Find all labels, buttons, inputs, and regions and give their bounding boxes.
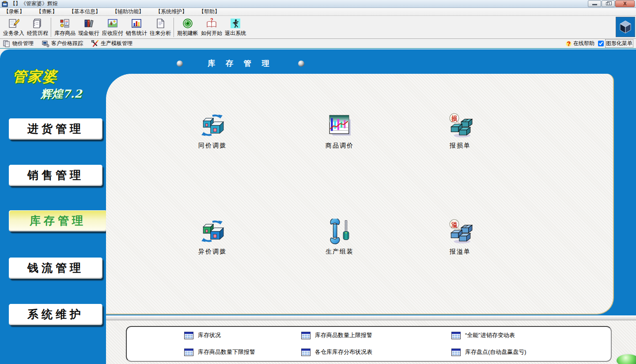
toolbar-sales-statistics[interactable]: 销售统计 xyxy=(125,17,148,38)
toolbar-separator xyxy=(174,18,174,37)
report-link-upper-limit-alarm[interactable]: 库存商品数量上限报警 xyxy=(301,331,372,339)
table-icon xyxy=(184,332,193,339)
quick-price-management[interactable]: 物价管理 xyxy=(3,40,34,48)
sidebar-item-sales[interactable]: 销售管理 xyxy=(9,165,102,186)
menu-record[interactable]: 【录帐】 xyxy=(4,8,25,15)
grid-item-production-assembly[interactable]: 生产组装 xyxy=(311,219,368,256)
price-adjust-chart-icon xyxy=(327,113,352,138)
close-icon: X xyxy=(616,1,634,6)
section-header: 库 存 管 理 xyxy=(177,58,304,68)
report-link-allpowerful-change-table[interactable]: “全能”进销存变动表 xyxy=(451,331,515,339)
grid-item-diff-price-transfer[interactable]: 异价调拨 xyxy=(184,219,241,256)
grid-item-label: 异价调拨 xyxy=(184,248,241,256)
template-tools-icon xyxy=(91,40,99,48)
menu-aux-functions[interactable]: 【辅助功能】 xyxy=(112,8,144,15)
same-price-transfer-icon xyxy=(200,113,225,138)
restore-button[interactable] xyxy=(602,0,615,7)
menu-system-maintenance[interactable]: 【系统维护】 xyxy=(155,8,187,15)
toolbar-label: 库存商品 xyxy=(54,30,76,37)
toolbar-label: 现金银行 xyxy=(78,30,99,37)
ledger-book-icon xyxy=(32,18,43,29)
toolbar-label: 应收应付 xyxy=(102,30,123,37)
report-link-warehouse-distribution[interactable]: 各仓库库存分布状况表 xyxy=(301,348,372,356)
table-icon xyxy=(184,349,193,356)
diff-price-transfer-icon xyxy=(200,219,225,244)
loss-report-boxes-icon: 损 xyxy=(447,113,473,138)
graphical-menu-checkbox[interactable] xyxy=(598,41,604,46)
online-help-label: 在线帮助 xyxy=(573,40,594,47)
toolbar-separator xyxy=(51,18,52,37)
minimize-icon xyxy=(592,4,597,5)
grid-item-price-adjust[interactable]: 商品调价 xyxy=(311,113,368,150)
report-link-label: “全能”进销存变动表 xyxy=(465,331,515,339)
app-window: 【】《管家婆》辉煌 X 【录帐】 【查帐】 【基本信息】 【辅助功能】 【系统维… xyxy=(0,0,636,364)
menu-query[interactable]: 【查帐】 xyxy=(36,8,57,15)
app-logo-icon xyxy=(2,1,8,7)
sidebar-item-purchase[interactable]: 进货管理 xyxy=(9,118,102,140)
toolbar-label: 往来分析 xyxy=(150,30,171,37)
brand-cube-logo xyxy=(616,17,635,37)
init-account-target-icon xyxy=(182,18,193,29)
toolbar-how-to-start[interactable]: ? 如何开始 xyxy=(200,17,223,38)
toolbar-label: 期初建帐 xyxy=(177,30,198,37)
cash-bank-books-icon xyxy=(83,18,95,29)
grid-item-same-price-transfer[interactable]: 同价调拨 xyxy=(184,113,241,150)
grid-item-loss-report[interactable]: 损 报损单 xyxy=(432,113,489,150)
sidebar-item-system-maintenance[interactable]: 系统维护 xyxy=(9,304,102,325)
section-title: 库 存 管 理 xyxy=(208,58,273,68)
toolbar-business-entry[interactable]: 业务录入 xyxy=(2,17,26,38)
quickbar-right: ? 在线帮助 图形化菜单 xyxy=(566,39,633,48)
grid-item-label: 同价调拨 xyxy=(184,142,241,150)
overflow-badge-char: 溢 xyxy=(451,221,458,228)
sidebar-item-inventory[interactable]: 库存管理 xyxy=(9,210,107,231)
sales-chart-icon xyxy=(131,18,142,29)
toolbar-inventory-goods[interactable]: 库存商品 xyxy=(53,17,77,38)
toolbar-receivable-payable[interactable]: 应收应付 xyxy=(101,17,125,38)
report-link-stocktaking[interactable]: 库存盘点(自动盘赢盘亏) xyxy=(451,348,526,356)
quick-label: 客户价格跟踪 xyxy=(51,40,83,47)
grid-item-label: 商品调价 xyxy=(311,142,368,150)
customer-price-monitor-icon xyxy=(42,40,49,48)
table-icon xyxy=(451,349,461,356)
close-button[interactable]: X xyxy=(615,0,635,7)
receivable-picture-icon xyxy=(107,18,118,29)
quick-production-template[interactable]: 生产模板管理 xyxy=(91,40,132,48)
sphere-icon xyxy=(177,61,183,67)
grid-item-overflow-report[interactable]: 溢 报溢单 xyxy=(432,219,489,256)
graphical-menu-label: 图形化菜单 xyxy=(605,39,633,48)
assembly-tools-icon xyxy=(327,219,352,244)
report-link-label: 各仓库库存分布状况表 xyxy=(315,348,372,356)
minimize-button[interactable] xyxy=(588,0,601,7)
menu-basic-info[interactable]: 【基本信息】 xyxy=(69,8,101,15)
exit-running-man-icon xyxy=(230,18,241,29)
report-link-label: 库存商品数量下限报警 xyxy=(198,348,255,356)
how-to-start-book-icon: ? xyxy=(206,18,217,29)
toolbar-exit-system[interactable]: 退出系统 xyxy=(223,17,247,38)
report-link-lower-limit-alarm[interactable]: 库存商品数量下限报警 xyxy=(184,348,255,356)
overflow-report-boxes-icon: 溢 xyxy=(447,219,473,244)
bottom-area: 库存状况 库存商品数量上限报警 xyxy=(106,320,636,364)
report-links-panel: 库存状况 库存商品数量上限报警 xyxy=(126,326,612,362)
menu-help[interactable]: 【帮助】 xyxy=(199,8,220,15)
quick-customer-price-tracking[interactable]: 客户价格跟踪 xyxy=(42,40,83,48)
toolbar-label: 业务录入 xyxy=(3,30,24,37)
toolbar-initial-accounts[interactable]: 期初建帐 xyxy=(176,17,200,38)
loss-badge-char: 损 xyxy=(451,115,458,122)
toolbar-cash-bank[interactable]: 现金银行 xyxy=(77,17,101,38)
quick-label: 物价管理 xyxy=(12,40,34,47)
toolbar-business-history[interactable]: 经营历程 xyxy=(26,17,49,38)
brand-version-text: 辉煌7.2 xyxy=(41,87,82,101)
title-bar: 【】《管家婆》辉煌 X xyxy=(0,0,636,8)
table-icon xyxy=(451,332,461,339)
report-link-label: 库存状况 xyxy=(198,331,221,339)
quick-label: 生产模板管理 xyxy=(101,40,132,47)
inventory-blocks-icon xyxy=(59,18,71,29)
report-link-inventory-status[interactable]: 库存状况 xyxy=(184,331,221,339)
table-icon xyxy=(301,349,310,356)
sidebar-item-cashflow[interactable]: 钱流管理 xyxy=(9,258,102,279)
toolbar-label: 销售统计 xyxy=(126,30,147,37)
toolbar-account-analysis[interactable]: 往来分析 xyxy=(148,17,172,38)
report-link-label: 库存盘点(自动盘赢盘亏) xyxy=(465,348,526,356)
online-help-button[interactable]: ? 在线帮助 xyxy=(566,40,594,47)
analysis-document-icon xyxy=(155,18,166,29)
